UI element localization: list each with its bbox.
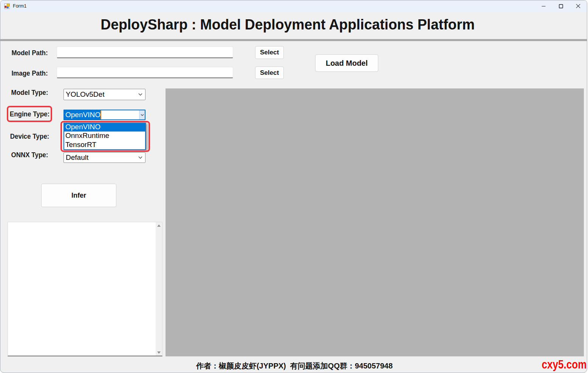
minimize-button[interactable] (535, 0, 552, 12)
minimize-icon (542, 4, 546, 8)
model-path-input[interactable] (57, 46, 233, 58)
page-title: DeploySharp : Model Deployment Applicati… (101, 16, 475, 33)
maximize-button[interactable] (552, 0, 569, 12)
close-icon (576, 4, 580, 8)
dropdown-option-openvino[interactable]: OpenVINO (64, 122, 145, 132)
model-path-label: Model Path: (1, 49, 58, 57)
dropdown-option-tensorrt[interactable]: TensorRT (64, 140, 145, 149)
scroll-down-arrow[interactable] (156, 349, 162, 356)
chevron-down-icon (141, 114, 144, 116)
chevron-down-icon (138, 93, 142, 96)
triangle-up-icon (157, 224, 161, 227)
image-path-select-button[interactable]: Select (255, 67, 284, 79)
image-display-panel (166, 88, 584, 356)
maximize-icon (559, 4, 563, 8)
scroll-up-arrow[interactable] (156, 222, 162, 229)
model-type-label: Model Type: (1, 89, 58, 97)
app-window: Form1 DeploySharp : Model Deployment App… (0, 0, 587, 373)
header-divider (0, 39, 587, 41)
window-title: Form1 (13, 3, 26, 9)
watermark-text: cxy5.com (542, 358, 586, 371)
engine-type-label: Engine Type: (1, 110, 58, 118)
image-path-label: Image Path: (1, 70, 58, 77)
infer-button[interactable]: Infer (41, 184, 116, 207)
close-button[interactable] (569, 0, 587, 12)
form-app-icon (4, 3, 10, 9)
titlebar: Form1 (0, 0, 587, 12)
triangle-down-icon (157, 351, 161, 354)
chevron-down-icon (138, 156, 142, 159)
onnx-type-combobox[interactable]: Default (63, 152, 145, 163)
device-type-label: Device Type: (1, 133, 58, 141)
text-caret (101, 110, 101, 119)
engine-type-combobox[interactable]: OpenVINO (63, 110, 145, 120)
footer-author-text: 作者：椒颜皮皮虾(JYPPX) 有问题添加QQ群：945057948 (0, 361, 587, 371)
vertical-scrollbar[interactable] (156, 222, 162, 356)
model-type-combobox[interactable]: YOLOv5Det (63, 89, 145, 100)
log-listbox[interactable] (8, 222, 162, 356)
image-path-input[interactable] (57, 67, 233, 78)
model-path-select-button[interactable]: Select (255, 46, 284, 59)
dropdown-option-onnxruntime[interactable]: OnnxRuntime (64, 132, 145, 141)
engine-type-value: OpenVINO (64, 110, 101, 119)
header: DeploySharp : Model Deployment Applicati… (0, 12, 587, 39)
load-model-button[interactable]: Load Model (315, 54, 378, 72)
engine-type-dropdown-list: OpenVINO OnnxRuntime TensorRT (63, 122, 146, 150)
onnx-type-label: ONNX Type: (1, 151, 58, 159)
onnx-type-value: Default (64, 153, 88, 162)
model-type-value: YOLOv5Det (64, 90, 104, 99)
engine-combo-drop-button[interactable] (139, 110, 145, 119)
